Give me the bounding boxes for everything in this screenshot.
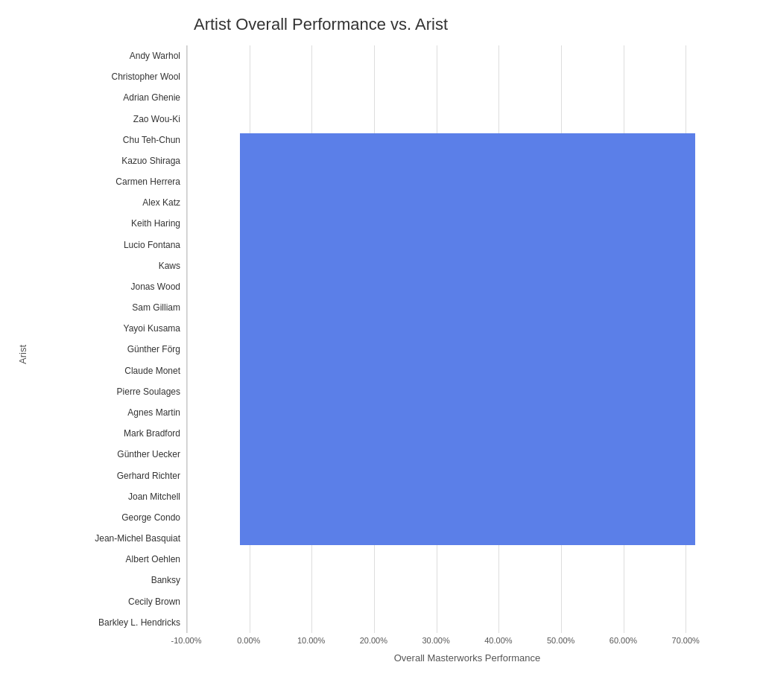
artist-label: Mark Bradford: [30, 423, 186, 444]
artist-label: Lucio Fontana: [30, 235, 186, 255]
chart-container: Artist Overall Performance vs. Arist Ari…: [0, 0, 763, 700]
artist-label: Jonas Wood: [30, 276, 186, 297]
bar-row: [187, 45, 748, 66]
x-tick: 50.00%: [547, 636, 574, 645]
artist-label: Adrian Ghenie: [30, 87, 186, 108]
artist-label: Banksy: [30, 570, 186, 591]
artist-label: Carmen Herrera: [30, 171, 186, 192]
artist-label: Keith Haring: [30, 213, 186, 234]
bar-row: [187, 570, 748, 591]
artist-label: Andy Warhol: [30, 45, 186, 66]
artist-label: Sam Gilliam: [30, 297, 186, 318]
x-tick: 40.00%: [484, 636, 512, 645]
artist-label: Jean-Michel Basquiat: [30, 528, 186, 549]
artist-label: Gerhard Richter: [30, 465, 186, 486]
artist-label: Barkley L. Hendricks: [30, 612, 186, 633]
bar-row: [187, 66, 748, 87]
x-axis: -10.00%0.00%10.00%20.00%30.00%40.00%50.0…: [30, 633, 748, 648]
artist-label: Kaws: [30, 255, 186, 276]
bar-row: [187, 612, 748, 633]
chart-inner: Andy WarholChristopher WoolAdrian Ghenie…: [30, 45, 748, 664]
artist-label: Kazuo Shiraga: [30, 150, 186, 171]
artist-label: Joan Mitchell: [30, 486, 186, 507]
artist-label: George Condo: [30, 507, 186, 528]
x-tick: 70.00%: [672, 636, 700, 645]
chart-area: Arist Andy WarholChristopher WoolAdrian …: [15, 45, 748, 664]
x-tick: -10.00%: [171, 636, 202, 645]
artist-label: Yayoi Kusama: [30, 318, 186, 339]
y-axis-label: Arist: [15, 45, 30, 664]
artist-label: Albert Oehlen: [30, 549, 186, 570]
bar-row: [187, 549, 748, 570]
artist-label: Günther Förg: [30, 339, 186, 360]
artist-label: Zao Wou-Ki: [30, 109, 186, 130]
bar-row: [187, 87, 748, 108]
bar-row: [187, 591, 748, 611]
x-tick: 60.00%: [610, 636, 637, 645]
artist-label: Alex Katz: [30, 192, 186, 213]
artist-label: Christopher Wool: [30, 66, 186, 87]
artist-label: Chu Teh-Chun: [30, 130, 186, 150]
artist-label: Pierre Soulages: [30, 381, 186, 402]
x-tick: 30.00%: [422, 636, 449, 645]
artist-label: Claude Monet: [30, 360, 186, 381]
bars-section: Andy WarholChristopher WoolAdrian Ghenie…: [30, 45, 748, 633]
bar-row: [187, 109, 748, 130]
artist-labels: Andy WarholChristopher WoolAdrian Ghenie…: [30, 45, 186, 633]
artist-label: Agnes Martin: [30, 402, 186, 423]
x-axis-label: Overall Masterworks Performance: [30, 652, 748, 664]
x-tick: 0.00%: [237, 636, 260, 645]
chart-title: Artist Overall Performance vs. Arist: [15, 15, 748, 34]
x-tick: 20.00%: [360, 636, 387, 645]
bar: [250, 133, 695, 544]
artist-label: Günther Uecker: [30, 444, 186, 465]
bars-plot: [186, 45, 748, 633]
x-tick: 10.00%: [297, 636, 325, 645]
artist-label: Cecily Brown: [30, 591, 186, 611]
bars-wrapper: [187, 45, 748, 633]
